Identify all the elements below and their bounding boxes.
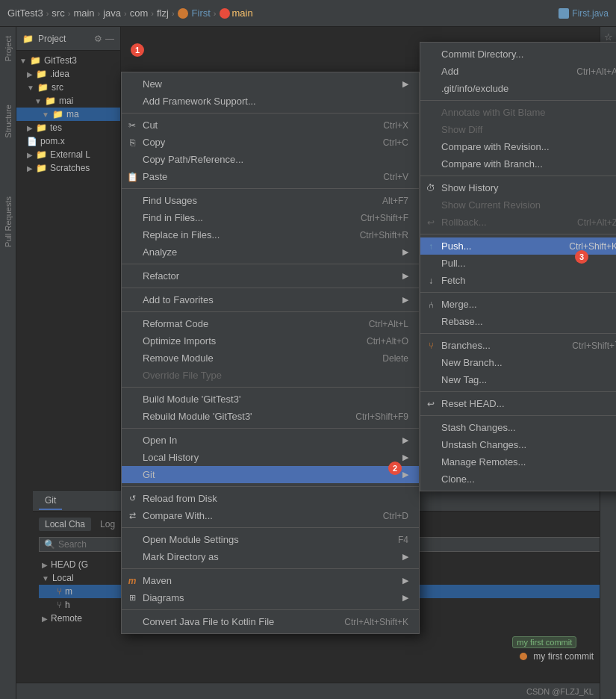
git-menu-compare-branch[interactable]: Compare with Branch... [420, 155, 616, 173]
menu-rebuild-module[interactable]: Rebuild Module 'GitTest3' Ctrl+Shift+F9 [122, 408, 419, 425]
sidebar-tab-structure[interactable]: Structure [2, 99, 14, 144]
tree-src[interactable]: ▼ 📁 src [16, 81, 120, 94]
tab-git[interactable]: Git [39, 492, 62, 510]
breadcrumb-flzj[interactable]: flzj [157, 7, 169, 19]
menu-find-usages[interactable]: Find Usages Alt+F7 [122, 192, 419, 209]
tree-tes[interactable]: ▶ 📁 tes [16, 121, 120, 134]
tree-scratches[interactable]: ▶ 📁 Scratches [16, 161, 120, 175]
diagrams-icon: ⊞ [126, 593, 138, 603]
git-menu-compare-revision[interactable]: Compare with Revision... [420, 138, 616, 155]
git-menu-commit-dir[interactable]: Commit Directory... [420, 46, 616, 63]
branch-icon: ⑂ [425, 341, 437, 351]
menu-new[interactable]: New ▶ [122, 75, 419, 93]
git-section-log[interactable]: Log [94, 518, 121, 531]
git-menu-show-history[interactable]: ⏱ Show History [420, 179, 616, 196]
menu-override-file-type: Override File Type [122, 367, 419, 384]
status-text: CSDN @FLZJ_KL [526, 687, 594, 696]
tree-external-lib[interactable]: ▶ 📁 External L [16, 148, 120, 161]
menu-copy-path[interactable]: Copy Path/Reference... [122, 151, 419, 168]
git-sep-5 [420, 333, 616, 334]
menu-diagrams[interactable]: ⊞ Diagrams ▶ [122, 589, 419, 606]
git-menu-show-diff: Show Diff [420, 121, 616, 138]
paste-icon: 📋 [126, 172, 138, 182]
git-sep-3 [420, 234, 616, 234]
menu-add-framework[interactable]: Add Framework Support... [122, 93, 419, 110]
content-area: 📁 Project ⚙ — ▼ 📁 GitTest3 ▶ 📁 .idea [16, 27, 616, 699]
git-menu-clone[interactable]: Clone... [420, 470, 616, 488]
git-section-local[interactable]: Local Cha [39, 518, 91, 531]
git-menu-gitinfo[interactable]: .git/info/exclude [420, 80, 616, 97]
menu-cut[interactable]: ✂ Cut Ctrl+X [122, 116, 419, 134]
menu-optimize-imports[interactable]: Optimize Imports Ctrl+Alt+O [122, 332, 419, 350]
menu-mark-directory[interactable]: Mark Directory as ▶ [122, 548, 419, 565]
breadcrumb-src[interactable]: src [52, 7, 64, 19]
menu-find-in-files[interactable]: Find in Files... Ctrl+Shift+F [122, 209, 419, 226]
copy-icon: ⎘ [126, 137, 138, 148]
tree-idea[interactable]: ▶ 📁 .idea [16, 67, 120, 81]
settings-icon[interactable]: ⚙ [94, 34, 102, 44]
menu-reformat[interactable]: Reformat Code Ctrl+Alt+L [122, 315, 419, 332]
git-menu-manage-remotes[interactable]: Manage Remotes... [420, 453, 616, 470]
tree-pomx[interactable]: 📄 pom.x [16, 134, 120, 148]
project-label: Project [38, 34, 66, 44]
git-sep-6 [420, 391, 616, 392]
collapse-icon[interactable]: — [105, 34, 114, 44]
menu-refactor[interactable]: Refactor ▶ [122, 267, 419, 285]
status-bar: CSDN @FLZJ_KL [16, 683, 600, 699]
badge-pull-indicator: 3 [575, 250, 588, 264]
sidebar-tab-project[interactable]: Project [2, 30, 14, 67]
menu-sep-1 [122, 113, 419, 114]
project-panel: 📁 Project ⚙ — ▼ 📁 GitTest3 ▶ 📁 .idea [16, 27, 121, 490]
breadcrumb-main-method[interactable]: main [220, 7, 253, 19]
git-menu-add[interactable]: Add Ctrl+Alt+A [420, 63, 616, 80]
menu-remove-module[interactable]: Remove Module Delete [122, 350, 419, 367]
menu-compare-with[interactable]: ⇄ Compare With... Ctrl+D [122, 507, 419, 524]
git-menu-new-branch[interactable]: New Branch... [420, 354, 616, 371]
search-icon: 🔍 [44, 539, 55, 550]
git-menu-branches[interactable]: ⑂ Branches... Ctrl+Shift+` [420, 337, 616, 354]
menu-copy[interactable]: ⎘ Copy Ctrl+C [122, 134, 419, 151]
git-sep-7 [420, 415, 616, 416]
git-menu-rebase[interactable]: Rebase... [420, 313, 616, 330]
breadcrumb-gitTest3[interactable]: GitTest3 [7, 7, 43, 19]
breadcrumb-first[interactable]: First [178, 7, 211, 19]
merge-icon: ⑃ [425, 299, 437, 310]
menu-git[interactable]: Git ▶ [122, 466, 419, 483]
menu-analyze[interactable]: Analyze ▶ [122, 243, 419, 261]
sidebar-tab-pull-requests[interactable]: Pull Requests [2, 190, 14, 253]
git-menu-unstash[interactable]: Unstash Changes... [420, 436, 616, 453]
menu-sep-6 [122, 387, 419, 388]
right-icon-1[interactable]: ☆ [604, 31, 613, 43]
git-menu-fetch[interactable]: ↓ Fetch [420, 272, 616, 289]
git-menu-reset-head[interactable]: ↩ Reset HEAD... [420, 395, 616, 412]
breadcrumb-com[interactable]: com [130, 7, 149, 19]
menu-reload-from-disk[interactable]: ↺ Reload from Disk [122, 490, 419, 507]
compare-icon: ⇄ [126, 511, 138, 521]
breadcrumb-main[interactable]: main [73, 7, 94, 19]
tab-first-java[interactable]: First.java [572, 8, 609, 19]
badge-new-indicator: 1 [131, 43, 144, 57]
context-menu-main: New ▶ Add Framework Support... ✂ Cut Ctr… [121, 72, 420, 634]
main-layout: Project Structure Pull Requests 📁 Projec… [0, 27, 616, 699]
breadcrumb-java[interactable]: java [103, 7, 121, 19]
tree-main-selected[interactable]: ▼ 📁 ma [16, 108, 120, 121]
menu-open-in[interactable]: Open In ▶ [122, 432, 419, 449]
menu-maven[interactable]: m Maven ▶ [122, 572, 419, 589]
git-menu-merge[interactable]: ⑃ Merge... [420, 296, 616, 313]
badge-git-indicator: 2 [388, 462, 402, 475]
menu-add-to-favorites[interactable]: Add to Favorites ▶ [122, 291, 419, 308]
menu-sep-9 [122, 527, 419, 528]
menu-replace-in-files[interactable]: Replace in Files... Ctrl+Shift+R [122, 226, 419, 243]
push-icon: ↑ [425, 241, 437, 252]
menu-build-module[interactable]: Build Module 'GitTest3' [122, 391, 419, 408]
reset-icon: ↩ [425, 399, 437, 409]
git-menu-new-tag[interactable]: New Tag... [420, 371, 616, 388]
tree-main[interactable]: ▼ 📁 mai [16, 94, 120, 108]
menu-local-history[interactable]: Local History ▶ [122, 449, 419, 466]
project-tree: ▼ 📁 GitTest3 ▶ 📁 .idea ▼ 📁 src ▼ 📁 [16, 51, 120, 490]
menu-paste[interactable]: 📋 Paste Ctrl+V [122, 168, 419, 185]
menu-convert-java[interactable]: Convert Java File to Kotlin File Ctrl+Al… [122, 613, 419, 630]
tree-gittest3-root[interactable]: ▼ 📁 GitTest3 [16, 54, 120, 67]
menu-open-module-settings[interactable]: Open Module Settings F4 [122, 531, 419, 548]
git-menu-stash[interactable]: Stash Changes... [420, 419, 616, 436]
